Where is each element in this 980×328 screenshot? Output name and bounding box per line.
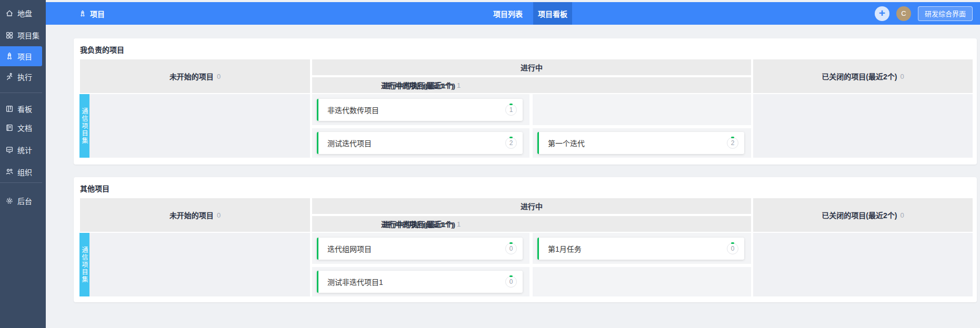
empty-cell-closed [753, 233, 973, 296]
sidebar-item-label: 执行 [17, 71, 32, 82]
iteration-card-title: 第1月任务 [548, 243, 582, 254]
project-card-title: 迭代组网项目 [327, 243, 372, 254]
column-count: 0 [217, 73, 221, 80]
topbar: 项目 项目列表 项目看板 + C 研发综合界面 [46, 2, 980, 25]
progress-badge: 0 [727, 243, 738, 254]
sidebar-item-project-set[interactable]: 项目集 [0, 26, 42, 45]
section-title: 其他项目 [80, 183, 109, 193]
sidebar-item-project[interactable]: 项目 [0, 46, 42, 66]
sidebar-item-home[interactable]: 地盘 [0, 4, 42, 23]
sidebar-item-label: 文档 [17, 122, 32, 133]
section-title: 我负责的项目 [80, 44, 124, 55]
column-count: 0 [900, 211, 904, 219]
subcolumn-label-ghost: 进行中的执行(最近1个) [383, 219, 455, 229]
tab-project-kanban[interactable]: 项目看板 [533, 2, 572, 25]
empty-cell [533, 267, 751, 296]
sidebar: 地盘 项目集 项目 执行 看板 文档 统计 组织 后台 [0, 0, 46, 328]
subcolumn-label-overlapped: 进行中的项目(最近1个) 进行中的执行(最近1个) [381, 80, 454, 90]
board-cell: 第一个迭代 2 [533, 128, 751, 158]
project-group-bar: 通信项目集 [79, 233, 89, 296]
column-header-not-started: 未开始的项目 0 [80, 59, 310, 93]
empty-cell-closed [753, 94, 973, 158]
column-count: 0 [217, 211, 221, 219]
column-label: 进行中 [521, 62, 543, 73]
sidebar-item-document[interactable]: 文档 [0, 118, 42, 137]
progress-badge: 1 [505, 104, 517, 116]
progress-badge: 2 [727, 137, 738, 149]
subcolumn-count: 1 [457, 81, 461, 89]
board-cell: 测试迭代项目 2 [312, 128, 529, 158]
sidebar-item-label: 地盘 [17, 8, 32, 18]
other-projects-panel: 其他项目 未开始的项目 0 进行中 进行中的项目(最近1个) 进行中的执行(最近… [74, 177, 977, 302]
column-header-in-progress: 进行中 [312, 198, 751, 214]
kanban-icon [5, 105, 14, 113]
column-header-closed: 已关闭的项目(最近2个) 0 [753, 198, 973, 232]
project-card-title: 非迭代数传项目 [327, 105, 379, 115]
column-label: 未开始的项目 [169, 210, 214, 220]
progress-badge: 0 [505, 243, 517, 254]
board-cell: 迭代组网项目 0 [312, 233, 529, 264]
project-card[interactable]: 迭代组网项目 0 [317, 238, 523, 260]
project-group-bar: 通信项目集 [79, 94, 89, 158]
avatar[interactable]: C [896, 6, 911, 21]
subcolumn-count: 1 [457, 220, 461, 228]
document-icon [5, 124, 14, 132]
subcolumn-label-overlapped: 进行中的项目(最近1个) 进行中的执行(最近1个) [381, 219, 454, 229]
column-count: 0 [900, 73, 904, 80]
admin-icon [5, 197, 14, 205]
rocket-icon [79, 10, 86, 17]
my-projects-panel: 我负责的项目 未开始的项目 0 进行中 进行中的项目(最近1个) 进行中的执行(… [74, 38, 977, 165]
progress-badge: 0 [505, 276, 517, 288]
board-cell: 第1月任务 0 [533, 233, 751, 264]
sidebar-divider [0, 93, 42, 93]
page-title: 项目 [79, 2, 105, 25]
sidebar-item-stats[interactable]: 统计 [0, 140, 42, 159]
progress-badge: 2 [505, 137, 517, 149]
topbar-actions: + C 研发综合界面 [875, 2, 973, 25]
iteration-card[interactable]: 第一个迭代 2 [537, 132, 744, 154]
subcolumn-label-ghost: 进行中的执行(最近1个) [383, 80, 455, 90]
sidebar-divider [0, 182, 42, 183]
project-card-title: 测试迭代项目 [327, 138, 372, 148]
iteration-card[interactable]: 第1月任务 0 [537, 238, 744, 260]
empty-cell-not-started [89, 94, 310, 158]
empty-cell-not-started [89, 233, 310, 296]
project-kanban-page: { "colors": { "topbar_blue": "#3b86fa", … [0, 0, 980, 328]
sidebar-item-label: 项目 [17, 51, 32, 62]
column-header-closed: 已关闭的项目(最近2个) 0 [753, 59, 973, 93]
project-set-icon [5, 31, 14, 39]
home-icon [5, 9, 14, 17]
board-cell: 测试非迭代项目1 0 [312, 267, 529, 296]
sidebar-item-label: 后台 [17, 196, 32, 206]
add-button[interactable]: + [875, 6, 889, 21]
sidebar-item-execute[interactable]: 执行 [0, 67, 42, 86]
column-label: 已关闭的项目(最近2个) [822, 210, 897, 220]
workspace-switch-button[interactable]: 研发综合界面 [918, 6, 973, 21]
column-label: 进行中 [521, 201, 543, 211]
board-cell: 非迭代数传项目 1 [312, 94, 529, 125]
project-card[interactable]: 非迭代数传项目 1 [317, 99, 523, 121]
subcolumn-header-in-progress: 进行中的项目(最近1个) 进行中的执行(最近1个) 1 [312, 77, 751, 93]
sidebar-item-label: 组织 [17, 167, 32, 177]
column-label: 未开始的项目 [169, 71, 214, 81]
sidebar-item-admin[interactable]: 后台 [0, 191, 42, 210]
org-icon [5, 168, 14, 176]
tab-project-list[interactable]: 项目列表 [488, 2, 527, 25]
page-title-text: 项目 [90, 8, 105, 19]
column-header-not-started: 未开始的项目 0 [80, 198, 310, 232]
iteration-card-title: 第一个迭代 [548, 138, 585, 148]
project-card-title: 测试非迭代项目1 [327, 276, 383, 287]
column-header-in-progress: 进行中 [312, 59, 751, 75]
sidebar-item-org[interactable]: 组织 [0, 162, 42, 181]
stats-icon [5, 146, 14, 154]
project-card[interactable]: 测试非迭代项目1 0 [317, 271, 523, 293]
empty-cell [533, 94, 751, 125]
rocket-icon [5, 52, 14, 60]
header-tabs: 项目列表 项目看板 [488, 2, 572, 25]
sidebar-item-kanban[interactable]: 看板 [0, 99, 42, 118]
subcolumn-header-in-progress: 进行中的项目(最近1个) 进行中的执行(最近1个) 1 [312, 216, 751, 232]
sidebar-item-label: 统计 [17, 145, 32, 155]
project-card[interactable]: 测试迭代项目 2 [317, 132, 523, 154]
sprint-icon [5, 73, 14, 81]
sidebar-item-label: 项目集 [17, 30, 39, 40]
